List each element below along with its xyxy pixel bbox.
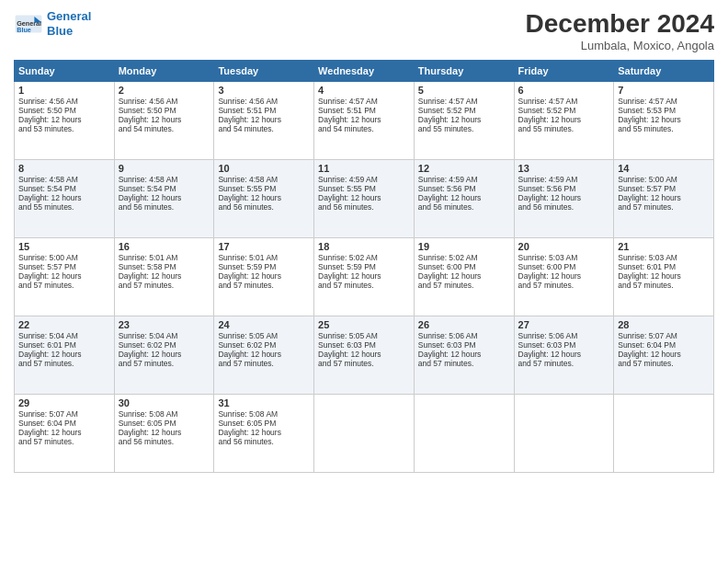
calendar-cell: 31 Sunrise: 5:08 AM Sunset: 6:05 PM Dayl…: [214, 395, 314, 473]
calendar-cell: [314, 395, 415, 473]
sunset-text: Sunset: 5:57 PM: [18, 262, 76, 271]
sunrise-text: Sunrise: 4:59 AM: [518, 175, 578, 184]
calendar-cell: [414, 395, 514, 473]
daylight-minutes: and 56 minutes.: [119, 437, 174, 446]
daylight-text: Daylight: 12 hours: [18, 271, 82, 281]
daylight-text: Daylight: 12 hours: [218, 271, 281, 281]
sunset-text: Sunset: 5:50 PM: [119, 106, 176, 115]
calendar-row-0: 1 Sunrise: 4:56 AM Sunset: 5:50 PM Dayli…: [15, 82, 714, 160]
daylight-minutes: and 55 minutes.: [618, 124, 673, 133]
sunrise-text: Sunrise: 4:57 AM: [318, 97, 378, 106]
daylight-text: Daylight: 12 hours: [518, 115, 582, 124]
day-number: 26: [418, 319, 510, 330]
col-wednesday: Wednesday: [314, 61, 415, 82]
sunset-text: Sunset: 6:05 PM: [218, 419, 276, 428]
daylight-text: Daylight: 12 hours: [618, 115, 681, 124]
sunset-text: Sunset: 5:59 PM: [318, 262, 376, 271]
sunrise-text: Sunrise: 5:07 AM: [18, 409, 78, 419]
sunrise-text: Sunrise: 5:04 AM: [119, 331, 178, 340]
daylight-text: Daylight: 12 hours: [218, 428, 281, 437]
daylight-text: Daylight: 12 hours: [418, 350, 482, 359]
calendar-cell: 9 Sunrise: 4:58 AM Sunset: 5:54 PM Dayli…: [114, 160, 214, 238]
calendar-cell: 3 Sunrise: 4:56 AM Sunset: 5:51 PM Dayli…: [214, 82, 314, 160]
daylight-text: Daylight: 12 hours: [518, 193, 582, 202]
sunset-text: Sunset: 6:04 PM: [18, 419, 76, 428]
daylight-minutes: and 57 minutes.: [618, 281, 673, 290]
sunset-text: Sunset: 5:54 PM: [119, 184, 176, 193]
logo-line1: General: [47, 9, 91, 24]
calendar-cell: 24 Sunrise: 5:05 AM Sunset: 6:02 PM Dayl…: [214, 316, 314, 395]
sunset-text: Sunset: 5:56 PM: [418, 184, 476, 193]
calendar-cell: 1 Sunrise: 4:56 AM Sunset: 5:50 PM Dayli…: [15, 82, 115, 160]
daylight-minutes: and 57 minutes.: [318, 281, 373, 290]
day-number: 29: [18, 397, 110, 408]
sunset-text: Sunset: 5:50 PM: [18, 106, 76, 115]
calendar: Sunday Monday Tuesday Wednesday Thursday…: [14, 60, 714, 473]
calendar-cell: 29 Sunrise: 5:07 AM Sunset: 6:04 PM Dayl…: [15, 395, 115, 473]
title-section: December 2024 Lumbala, Moxico, Angola: [526, 9, 714, 52]
daylight-text: Daylight: 12 hours: [518, 350, 582, 359]
sunrise-text: Sunrise: 5:08 AM: [119, 409, 178, 419]
day-number: 20: [518, 241, 610, 252]
daylight-minutes: and 56 minutes.: [218, 202, 273, 212]
sunset-text: Sunset: 5:52 PM: [418, 106, 476, 115]
daylight-minutes: and 53 minutes.: [18, 124, 74, 133]
daylight-text: Daylight: 12 hours: [119, 115, 182, 124]
day-number: 13: [518, 163, 610, 174]
sunset-text: Sunset: 6:03 PM: [318, 340, 376, 350]
calendar-cell: 13 Sunrise: 4:59 AM Sunset: 5:56 PM Dayl…: [514, 160, 614, 238]
sunset-text: Sunset: 6:04 PM: [618, 340, 676, 350]
sunrise-text: Sunrise: 5:02 AM: [318, 253, 378, 262]
day-number: 6: [518, 85, 610, 96]
daylight-text: Daylight: 12 hours: [318, 193, 381, 202]
daylight-minutes: and 57 minutes.: [418, 281, 473, 290]
daylight-minutes: and 57 minutes.: [618, 359, 673, 368]
sunrise-text: Sunrise: 5:06 AM: [518, 331, 578, 340]
sunset-text: Sunset: 5:52 PM: [518, 106, 576, 115]
daylight-minutes: and 57 minutes.: [218, 359, 273, 368]
daylight-minutes: and 57 minutes.: [618, 202, 673, 212]
sunrise-text: Sunrise: 4:57 AM: [618, 97, 677, 106]
day-number: 25: [318, 319, 410, 330]
sunrise-text: Sunrise: 5:04 AM: [18, 331, 78, 340]
daylight-minutes: and 57 minutes.: [218, 281, 273, 290]
daylight-text: Daylight: 12 hours: [18, 193, 82, 202]
sunset-text: Sunset: 5:54 PM: [18, 184, 76, 193]
daylight-text: Daylight: 12 hours: [318, 271, 381, 281]
calendar-cell: 6 Sunrise: 4:57 AM Sunset: 5:52 PM Dayli…: [514, 82, 614, 160]
day-number: 14: [618, 163, 710, 174]
sunrise-text: Sunrise: 5:06 AM: [418, 331, 478, 340]
day-number: 16: [119, 241, 210, 252]
col-thursday: Thursday: [414, 61, 514, 82]
col-sunday: Sunday: [15, 61, 115, 82]
daylight-text: Daylight: 12 hours: [18, 350, 82, 359]
daylight-minutes: and 54 minutes.: [218, 124, 273, 133]
day-number: 5: [418, 85, 510, 96]
daylight-text: Daylight: 12 hours: [618, 193, 681, 202]
sunrise-text: Sunrise: 5:03 AM: [518, 253, 578, 262]
sunrise-text: Sunrise: 4:56 AM: [119, 97, 178, 106]
day-number: 17: [218, 241, 310, 252]
calendar-cell: 10 Sunrise: 4:58 AM Sunset: 5:55 PM Dayl…: [214, 160, 314, 238]
sunset-text: Sunset: 6:03 PM: [518, 340, 576, 350]
calendar-cell: 21 Sunrise: 5:03 AM Sunset: 6:01 PM Dayl…: [614, 238, 714, 316]
day-number: 27: [518, 319, 610, 330]
calendar-cell: 15 Sunrise: 5:00 AM Sunset: 5:57 PM Dayl…: [15, 238, 115, 316]
svg-text:Blue: Blue: [17, 26, 31, 34]
sunrise-text: Sunrise: 4:59 AM: [318, 175, 378, 184]
calendar-cell: 12 Sunrise: 4:59 AM Sunset: 5:56 PM Dayl…: [414, 160, 514, 238]
sunset-text: Sunset: 6:03 PM: [418, 340, 476, 350]
logo: General Blue General Blue: [14, 9, 91, 39]
day-number: 18: [318, 241, 410, 252]
sunset-text: Sunset: 5:51 PM: [218, 106, 276, 115]
day-number: 28: [618, 319, 710, 330]
day-number: 31: [218, 397, 310, 408]
daylight-text: Daylight: 12 hours: [18, 428, 82, 437]
daylight-text: Daylight: 12 hours: [18, 115, 82, 124]
calendar-row-3: 22 Sunrise: 5:04 AM Sunset: 6:01 PM Dayl…: [15, 316, 714, 395]
sunset-text: Sunset: 6:00 PM: [518, 262, 576, 271]
sunset-text: Sunset: 6:00 PM: [418, 262, 476, 271]
daylight-minutes: and 57 minutes.: [418, 359, 473, 368]
day-number: 4: [318, 85, 410, 96]
calendar-cell: 30 Sunrise: 5:08 AM Sunset: 6:05 PM Dayl…: [114, 395, 214, 473]
